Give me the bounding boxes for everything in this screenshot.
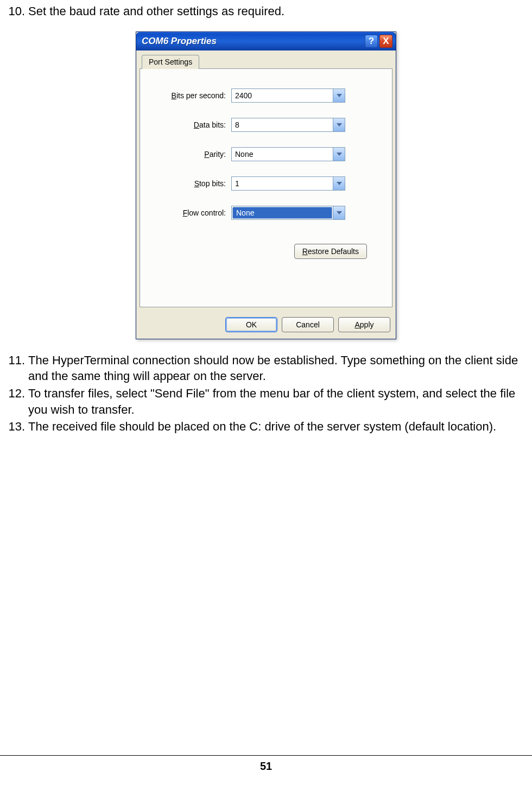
chevron-down-icon[interactable] bbox=[333, 89, 345, 102]
step-number: 10. bbox=[0, 3, 28, 20]
step-text: The received file should be placed on th… bbox=[28, 419, 532, 435]
step-number: 13. bbox=[0, 419, 28, 435]
step-text: Set the baud rate and other settings as … bbox=[28, 3, 532, 20]
row-data-bits: Data bits: 8 bbox=[150, 118, 382, 132]
row-bits-per-second: Bits per second: 2400 bbox=[150, 88, 382, 103]
step-13: 13. The received file should be placed o… bbox=[0, 419, 532, 435]
tab-strip: Port Settings bbox=[136, 50, 396, 69]
com-properties-dialog: COM6 Properties ? X Port Settings Bits p… bbox=[136, 31, 396, 339]
ok-button[interactable]: OK bbox=[225, 317, 277, 332]
chevron-down-icon[interactable] bbox=[333, 177, 345, 190]
dialog-buttons: OK Cancel Apply bbox=[136, 313, 396, 339]
help-icon[interactable]: ? bbox=[365, 35, 378, 48]
chevron-down-icon[interactable] bbox=[333, 148, 345, 161]
combo-parity[interactable]: None bbox=[231, 147, 345, 161]
step-number: 11. bbox=[0, 352, 28, 384]
page-number: 51 bbox=[260, 760, 272, 772]
restore-row: Restore Defaults bbox=[150, 244, 382, 259]
step-11: 11. The HyperTerminal connection should … bbox=[0, 352, 532, 384]
step-10: 10. Set the baud rate and other settings… bbox=[0, 3, 532, 20]
row-flow-control: Flow control: None bbox=[150, 206, 382, 220]
label-bits-per-second: Bits per second: bbox=[150, 91, 231, 100]
label-stop-bits: Stop bits: bbox=[150, 179, 231, 188]
apply-button[interactable]: Apply bbox=[338, 317, 390, 332]
label-data-bits: Data bits: bbox=[150, 121, 231, 129]
cancel-button[interactable]: Cancel bbox=[282, 317, 334, 332]
row-parity: Parity: None bbox=[150, 147, 382, 161]
restore-defaults-button[interactable]: Restore Defaults bbox=[294, 244, 367, 259]
step-text: The HyperTerminal connection should now … bbox=[28, 352, 532, 384]
row-stop-bits: Stop bits: 1 bbox=[150, 176, 382, 191]
tab-port-settings[interactable]: Port Settings bbox=[142, 55, 199, 69]
label-parity: Parity: bbox=[150, 150, 231, 159]
close-icon[interactable]: X bbox=[379, 35, 392, 48]
window-title: COM6 Properties bbox=[142, 36, 363, 47]
step-number: 12. bbox=[0, 385, 28, 417]
label-flow-control: Flow control: bbox=[150, 208, 231, 217]
tab-panel: Bits per second: 2400 Data bits: 8 Parit… bbox=[140, 68, 392, 307]
combo-stop-bits[interactable]: 1 bbox=[231, 176, 345, 191]
chevron-down-icon[interactable] bbox=[333, 118, 345, 131]
titlebar[interactable]: COM6 Properties ? X bbox=[136, 32, 396, 50]
chevron-down-icon[interactable] bbox=[333, 206, 345, 219]
combo-bits-per-second[interactable]: 2400 bbox=[231, 88, 345, 103]
combo-flow-control[interactable]: None bbox=[231, 206, 345, 220]
step-12: 12. To transfer files, select "Send File… bbox=[0, 385, 532, 417]
page-footer: 51 bbox=[0, 755, 532, 773]
dialog-screenshot: COM6 Properties ? X Port Settings Bits p… bbox=[0, 21, 532, 352]
combo-data-bits[interactable]: 8 bbox=[231, 118, 345, 132]
step-text: To transfer files, select "Send File" fr… bbox=[28, 385, 532, 417]
